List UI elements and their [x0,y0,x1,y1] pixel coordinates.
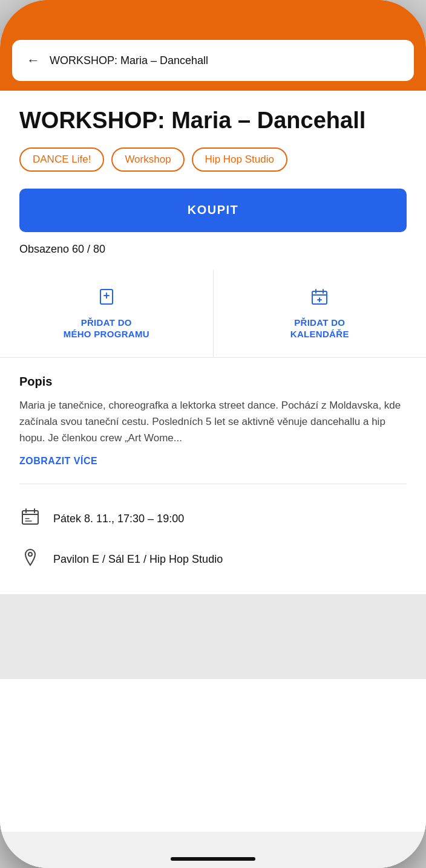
add-to-calendar-button[interactable]: PŘIDAT DOKALENDÁŘE [214,270,427,357]
back-button[interactable]: ← [27,53,40,68]
date-row: Pátek 8. 11., 17:30 – 19:00 [19,499,407,539]
nav-bar: ← WORKSHOP: Maria – Dancehall [12,40,414,81]
page-title: WORKSHOP: Maria – Dancehall [19,108,407,134]
svg-rect-9 [22,511,38,524]
description-section: Popis Maria je tanečnice, choreografka a… [19,358,407,485]
tag-dance-life[interactable]: DANCE Life! [19,147,104,172]
add-to-calendar-label: PŘIDAT DOKALENDÁŘE [290,317,349,340]
date-icon [19,507,41,531]
info-section: Pátek 8. 11., 17:30 – 19:00 Pavilon E / … [19,484,407,594]
add-to-program-button[interactable]: PŘIDAT DOMÉHO PROGRAMU [0,270,214,357]
capacity-text: Obsazeno 60 / 80 [19,243,407,256]
location-icon [19,548,41,571]
description-title: Popis [19,375,407,389]
top-bar: ← WORKSHOP: Maria – Dancehall [0,0,426,91]
content-area: WORKSHOP: Maria – Dancehall DANCE Life! … [0,91,426,832]
location-text: Pavilon E / Sál E1 / Hip Hop Studio [53,553,223,566]
location-row: Pavilon E / Sál E1 / Hip Hop Studio [19,539,407,580]
show-more-button[interactable]: ZOBRAZIT VÍCE [19,456,97,466]
description-text: Maria je tanečnice, choreografka a lekto… [19,397,407,447]
calendar-icon [310,287,329,311]
status-bar [0,0,426,30]
svg-point-15 [28,552,32,556]
home-bar [171,857,255,861]
home-indicator [0,832,426,868]
phone-frame: ← WORKSHOP: Maria – Dancehall WORKSHOP: … [0,0,426,868]
bookmark-icon [97,287,116,311]
tags-row: DANCE Life! Workshop Hip Hop Studio [19,147,407,172]
buy-button[interactable]: KOUPIT [19,189,407,232]
nav-title: WORKSHOP: Maria – Dancehall [50,54,208,67]
tag-hip-hop-studio[interactable]: Hip Hop Studio [192,147,287,172]
date-text: Pátek 8. 11., 17:30 – 19:00 [53,513,184,525]
add-to-program-label: PŘIDAT DOMÉHO PROGRAMU [64,317,149,340]
phone-inner: ← WORKSHOP: Maria – Dancehall WORKSHOP: … [0,0,426,868]
map-area [0,594,426,679]
tag-workshop[interactable]: Workshop [111,147,184,172]
action-row: PŘIDAT DOMÉHO PROGRAMU PŘIDAT DOKA [0,270,426,358]
